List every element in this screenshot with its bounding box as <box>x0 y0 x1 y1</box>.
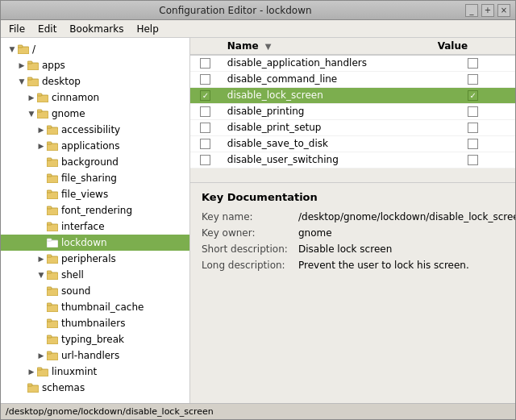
value-checkbox-icon[interactable] <box>468 106 478 117</box>
menu-bookmarks[interactable]: Bookmarks <box>64 23 128 35</box>
short-desc-row: Short description: Disable lock screen <box>202 243 504 255</box>
window-title: Configuration Editor - lockdown <box>6 5 465 16</box>
sidebar-item-desktop[interactable]: desktop <box>1 73 189 89</box>
close-button[interactable]: × <box>497 4 510 17</box>
row-value-cell <box>431 135 515 152</box>
key-documentation: Key Documentation Key name: /desktop/gno… <box>190 183 515 403</box>
sidebar-item-label: thumbnail_cache <box>61 301 144 313</box>
arrow-icon <box>36 335 46 344</box>
col-name[interactable]: Name ▼ <box>221 38 431 55</box>
sidebar-item-thumbnail-cache[interactable]: thumbnail_cache <box>1 299 189 315</box>
table-row[interactable]: disable_print_setup <box>190 119 515 135</box>
sidebar-item-url-handlers[interactable]: url-handlers <box>1 347 189 364</box>
sidebar-item-accessibility[interactable]: accessibility <box>1 122 189 138</box>
arrow-icon <box>27 109 36 119</box>
checkbox-icon[interactable] <box>200 139 210 149</box>
sidebar-item-root[interactable]: / <box>1 41 189 57</box>
checkbox-icon[interactable] <box>200 155 210 165</box>
checkbox-icon[interactable] <box>200 74 210 85</box>
table-row[interactable]: disable_printing <box>190 103 515 119</box>
checkbox-icon[interactable] <box>200 90 210 101</box>
folder-icon <box>46 140 59 152</box>
value-checkbox-icon[interactable] <box>468 155 478 165</box>
sidebar-item-shell[interactable]: shell <box>1 267 189 283</box>
sidebar-item-sound[interactable]: sound <box>1 283 189 299</box>
arrow-icon <box>7 44 17 54</box>
folder-icon <box>27 76 40 87</box>
table-row[interactable]: disable_user_switching <box>190 152 515 168</box>
folder-icon <box>36 92 49 103</box>
row-checkbox-cell <box>190 87 221 103</box>
svg-rect-7 <box>37 94 42 96</box>
sidebar-item-background[interactable]: background <box>1 154 189 170</box>
sidebar-item-label: peripherals <box>61 253 116 264</box>
svg-rect-35 <box>47 319 52 322</box>
checkbox-icon[interactable] <box>200 58 210 69</box>
key-owner-label: Key owner: <box>202 227 298 239</box>
arrow-icon <box>17 383 27 393</box>
sidebar-item-interface[interactable]: interface <box>1 218 189 235</box>
maximize-button[interactable]: + <box>481 4 494 17</box>
menu-file[interactable]: File <box>4 23 30 35</box>
status-bar: /desktop/gnome/lockdown/disable_lock_scr… <box>1 403 515 419</box>
sidebar-item-label: desktop <box>42 76 81 87</box>
sidebar-item-cinnamon[interactable]: cinnamon <box>1 89 189 106</box>
sidebar-item-file-views[interactable]: file_views <box>1 186 189 202</box>
col-value-label: Value <box>438 40 468 52</box>
sidebar-item-apps[interactable]: apps <box>1 57 189 73</box>
menu-bar: File Edit Bookmarks Help <box>1 20 515 38</box>
sidebar-item-schemas[interactable]: schemas <box>1 380 189 396</box>
folder-icon <box>46 350 59 361</box>
value-checkbox-icon[interactable] <box>468 123 478 133</box>
folder-icon <box>46 285 59 297</box>
row-checkbox-cell <box>190 55 221 71</box>
row-checkbox-cell <box>190 119 221 135</box>
sidebar-item-file-sharing[interactable]: file_sharing <box>1 170 189 186</box>
key-owner-row: Key owner: gnome <box>202 227 504 239</box>
folder-icon <box>46 318 59 329</box>
value-checkbox-icon[interactable] <box>468 139 478 149</box>
folder-icon <box>46 205 59 216</box>
sidebar-item-font-rendering[interactable]: font_rendering <box>1 202 189 218</box>
svg-rect-39 <box>47 351 52 354</box>
sidebar-item-label: linuxmint <box>52 366 97 377</box>
sidebar-item-label: applications <box>61 140 119 152</box>
checkbox-icon[interactable] <box>200 106 210 117</box>
sidebar-item-linuxmint[interactable]: linuxmint <box>1 364 189 380</box>
sidebar-item-peripherals[interactable]: peripherals <box>1 251 189 267</box>
folder-icon <box>46 334 59 345</box>
sidebar-item-lockdown[interactable]: lockdown <box>1 235 189 251</box>
arrow-icon <box>36 270 46 280</box>
value-checkbox-icon[interactable] <box>468 90 478 101</box>
checkbox-icon[interactable] <box>200 123 210 133</box>
arrow-icon <box>36 206 46 215</box>
svg-rect-43 <box>27 384 32 386</box>
table-row[interactable]: disable_command_line <box>190 71 515 87</box>
svg-rect-9 <box>37 110 42 112</box>
folder-icon <box>36 108 49 119</box>
sidebar-item-label: shell <box>61 269 84 281</box>
folder-icon <box>46 253 59 264</box>
sidebar-item-gnome[interactable]: gnome <box>1 106 189 122</box>
svg-rect-15 <box>47 158 52 160</box>
sidebar-item-label: / <box>32 44 35 55</box>
sidebar-item-applications[interactable]: applications <box>1 138 189 154</box>
menu-edit[interactable]: Edit <box>33 23 61 35</box>
table-row[interactable]: disable_lock_screen <box>190 87 515 103</box>
arrow-icon <box>36 157 46 167</box>
arrow-icon <box>36 302 46 312</box>
sidebar-item-typing-break[interactable]: typing_break <box>1 331 189 347</box>
sidebar-item-label: file_sharing <box>61 173 117 184</box>
value-checkbox-icon[interactable] <box>468 58 478 69</box>
value-checkbox-icon[interactable] <box>468 74 478 85</box>
row-name: disable_printing <box>221 103 431 119</box>
minimize-button[interactable]: _ <box>465 4 478 17</box>
table-row[interactable]: disable_save_to_disk <box>190 135 515 152</box>
folder-icon <box>36 366 49 377</box>
sidebar-item-thumbnailers[interactable]: thumbnailers <box>1 315 189 331</box>
short-desc-value: Disable lock screen <box>298 243 504 255</box>
key-name-row: Key name: /desktop/gnome/lockdown/disabl… <box>202 211 504 222</box>
svg-rect-27 <box>47 255 52 257</box>
menu-help[interactable]: Help <box>131 23 163 35</box>
table-row[interactable]: disable_application_handlers <box>190 55 515 71</box>
